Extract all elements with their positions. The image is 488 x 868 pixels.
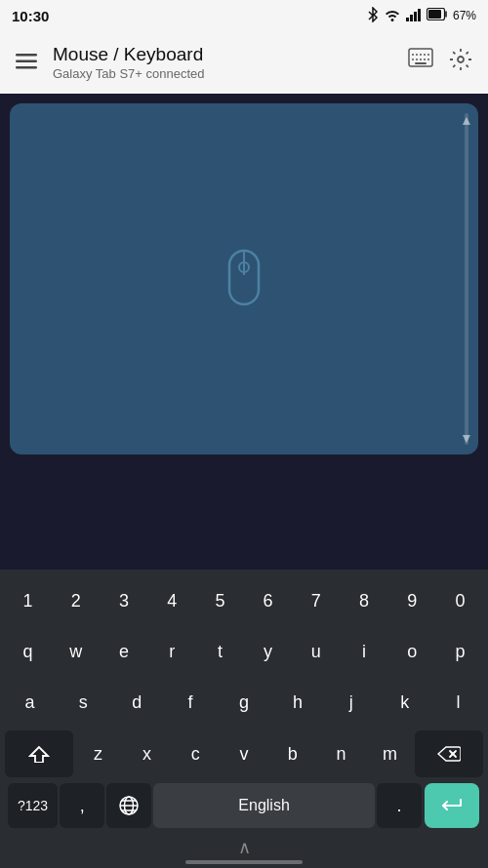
language-key[interactable]: English xyxy=(153,783,375,828)
shift-key[interactable] xyxy=(5,730,73,777)
bottom-row: ?123 , English . xyxy=(4,782,484,829)
backspace-key[interactable] xyxy=(415,730,483,777)
key-v[interactable]: v xyxy=(220,730,268,777)
key-y[interactable]: y xyxy=(244,628,292,675)
key-u[interactable]: u xyxy=(292,628,340,675)
status-bar: 10:30 xyxy=(0,0,488,31)
scroll-up-arrow: ▲ xyxy=(460,113,473,127)
keyboard-section: 1 2 3 4 5 6 7 8 9 0 q w e r t y u i o p … xyxy=(0,570,488,868)
key-3[interactable]: 3 xyxy=(100,577,147,624)
key-c[interactable]: c xyxy=(171,730,220,777)
globe-key[interactable] xyxy=(106,783,151,828)
app-bar: Mouse / Keyboard Galaxy Tab S7+ connecte… xyxy=(0,31,488,94)
period-key[interactable]: . xyxy=(377,783,422,828)
key-a[interactable]: a xyxy=(4,679,56,726)
app-bar-actions xyxy=(404,44,476,81)
home-indicator xyxy=(185,860,303,864)
key-d[interactable]: d xyxy=(111,679,163,726)
svg-rect-2 xyxy=(406,18,409,21)
key-o[interactable]: o xyxy=(388,628,436,675)
bluetooth-icon xyxy=(367,7,379,25)
key-m[interactable]: m xyxy=(366,730,415,777)
signal-icon xyxy=(406,8,422,24)
keyboard-icon[interactable] xyxy=(404,44,437,81)
num-sym-key[interactable]: ?123 xyxy=(8,783,58,828)
wifi-icon xyxy=(384,8,401,24)
key-4[interactable]: 4 xyxy=(148,577,196,624)
key-0[interactable]: 0 xyxy=(436,577,484,624)
key-g[interactable]: g xyxy=(219,679,270,726)
svg-rect-10 xyxy=(16,66,37,69)
key-t[interactable]: t xyxy=(196,628,244,675)
key-8[interactable]: 8 xyxy=(340,577,387,624)
comma-key[interactable]: , xyxy=(60,783,104,828)
key-n[interactable]: n xyxy=(317,730,366,777)
touchpad-area[interactable]: ▲ ▼ xyxy=(10,103,478,454)
svg-rect-9 xyxy=(16,60,37,63)
qwerty-row: q w e r t y u i o p xyxy=(4,628,484,675)
key-7[interactable]: 7 xyxy=(292,577,340,624)
battery-percent: 67% xyxy=(453,9,476,22)
mouse-cursor-icon xyxy=(220,246,268,313)
key-z[interactable]: z xyxy=(74,730,123,777)
settings-icon[interactable] xyxy=(445,44,476,81)
battery-icon xyxy=(427,8,448,23)
key-9[interactable]: 9 xyxy=(388,577,436,624)
key-r[interactable]: r xyxy=(148,628,196,675)
touchpad-scrollbar: ▲ ▼ xyxy=(465,113,468,445)
svg-rect-3 xyxy=(410,15,413,21)
status-time: 10:30 xyxy=(12,8,49,24)
key-1[interactable]: 1 xyxy=(4,577,52,624)
key-h[interactable]: h xyxy=(271,679,323,726)
app-bar-subtitle: Galaxy Tab S7+ connected xyxy=(53,66,392,81)
key-q[interactable]: q xyxy=(4,628,52,675)
svg-point-23 xyxy=(458,57,464,62)
svg-rect-5 xyxy=(418,9,421,21)
status-icons: 67% xyxy=(367,7,476,25)
zxcv-row: z x c v b n m xyxy=(4,730,484,778)
key-f[interactable]: f xyxy=(165,679,217,726)
svg-rect-7 xyxy=(428,10,441,19)
key-6[interactable]: 6 xyxy=(244,577,292,624)
key-i[interactable]: i xyxy=(340,628,387,675)
key-x[interactable]: x xyxy=(123,730,172,777)
enter-key[interactable] xyxy=(425,783,479,828)
key-j[interactable]: j xyxy=(325,679,377,726)
key-5[interactable]: 5 xyxy=(196,577,244,624)
app-bar-title: Mouse / Keyboard xyxy=(53,44,392,65)
asdf-row: a s d f g h j k l xyxy=(4,679,484,726)
key-l[interactable]: l xyxy=(432,679,484,726)
svg-rect-4 xyxy=(414,12,417,21)
number-row: 1 2 3 4 5 6 7 8 9 0 xyxy=(4,577,484,624)
key-2[interactable]: 2 xyxy=(52,577,100,624)
app-bar-titles: Mouse / Keyboard Galaxy Tab S7+ connecte… xyxy=(53,44,392,81)
svg-rect-8 xyxy=(16,54,37,57)
key-s[interactable]: s xyxy=(58,679,109,726)
key-w[interactable]: w xyxy=(52,628,100,675)
scroll-down-arrow: ▼ xyxy=(460,431,473,445)
key-k[interactable]: k xyxy=(379,679,430,726)
key-e[interactable]: e xyxy=(100,628,147,675)
hamburger-menu-icon[interactable] xyxy=(12,46,41,79)
key-p[interactable]: p xyxy=(436,628,484,675)
chevron-down-icon[interactable]: ∧ xyxy=(238,837,251,858)
key-b[interactable]: b xyxy=(268,730,317,777)
